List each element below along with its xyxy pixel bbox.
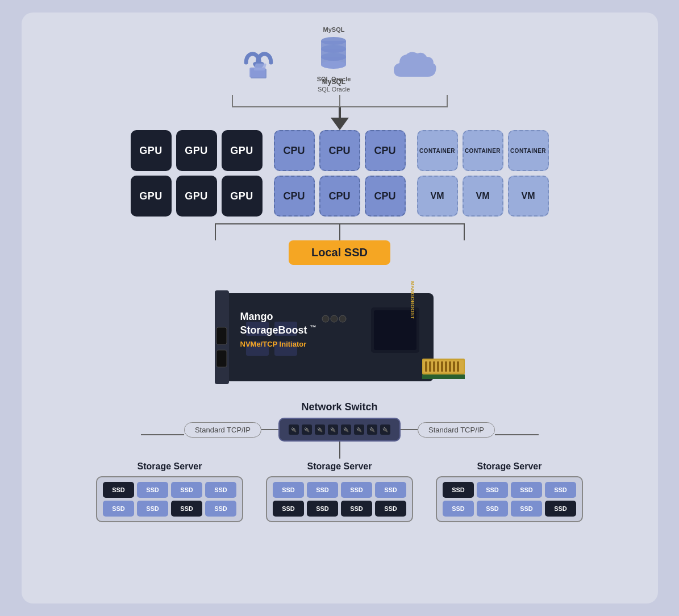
gpu-box: GPU (176, 176, 217, 217)
gpu-row-1: GPU GPU GPU (131, 130, 263, 171)
product-label: MangoStorageBoost ™ NVMe/TCP Initiator (240, 310, 316, 348)
ssd-chip: SSD (545, 501, 576, 517)
svg-rect-2 (254, 64, 267, 70)
gpu-box: GPU (131, 130, 172, 171)
ssd-chip: SSD (375, 482, 406, 498)
ssd-chip: SSD (137, 501, 168, 517)
svg-rect-24 (449, 361, 451, 372)
main-card: MySQL SQL Oracle (22, 13, 658, 603)
ssd-chip: SSD (375, 501, 406, 517)
ssd-row: SSD SSD SSD SSD (273, 501, 406, 517)
vm-box: VM (417, 176, 458, 217)
switch-port (328, 424, 338, 435)
product-name: MangoStorageBoost ™ (240, 310, 316, 338)
ssd-chip: SSD (103, 482, 134, 498)
svg-point-37 (339, 315, 346, 322)
ssd-chip: SSD (511, 501, 542, 517)
storage-server-1: Storage Server SSD SSD SSD SSD SSD SSD S… (96, 461, 243, 522)
source-cloud (389, 45, 440, 82)
storage-server-label: Storage Server (138, 461, 202, 472)
container-box: CONTAINER (463, 130, 503, 171)
network-switch-box (278, 418, 401, 442)
switch-port (302, 424, 312, 435)
ssd-connector-lines (158, 223, 522, 240)
switch-port (354, 424, 364, 435)
ssd-chip: SSD (171, 501, 202, 517)
gpu-row-2: GPU GPU GPU (131, 176, 263, 217)
switch-down-line (339, 442, 340, 459)
gpu-box: GPU (222, 130, 263, 171)
ssd-chip: SSD (511, 482, 542, 498)
svg-rect-26 (457, 361, 459, 372)
cpu-box: CPU (319, 176, 360, 217)
ssd-chip: SSD (307, 501, 338, 517)
pcie-card-section: MANGOBOOST MangoStorageBoost ™ NVMe/TCP … (44, 276, 635, 396)
ssd-chip: SSD (171, 482, 202, 498)
svg-rect-18 (425, 361, 427, 372)
storage-box: SSD SSD SSD SSD SSD SSD SSD SSD (96, 476, 243, 522)
ssd-chip: SSD (103, 501, 134, 517)
gpu-box: GPU (176, 130, 217, 171)
mysql-label: MySQL (323, 26, 345, 33)
gpu-box: GPU (222, 176, 263, 217)
storage-server-2: Storage Server SSD SSD SSD SSD SSD SSD S… (266, 461, 413, 522)
ssd-chip: SSD (341, 482, 372, 498)
storage-server-label: Storage Server (307, 461, 372, 472)
cpu-row-1: CPU CPU CPU (274, 130, 406, 171)
svg-point-35 (322, 315, 329, 322)
svg-rect-27 (422, 374, 465, 379)
vm-box: VM (463, 176, 503, 217)
network-switch-label: Network Switch (301, 401, 377, 413)
svg-rect-19 (429, 361, 431, 372)
network-section: Network Switch Standard TCP/IP (44, 401, 635, 459)
ssd-chip: SSD (477, 501, 508, 517)
storage-box: SSD SSD SSD SSD SSD SSD SSD SSD (266, 476, 413, 522)
container-row: CONTAINER CONTAINER CONTAINER (417, 130, 549, 171)
ssd-row: SSD SSD SSD SSD (103, 482, 236, 498)
cpu-group: CPU CPU CPU CPU CPU CPU (274, 130, 406, 217)
svg-rect-25 (453, 361, 455, 372)
cpu-box: CPU (319, 130, 360, 171)
ssd-row: SSD SSD SSD SSD (103, 501, 236, 517)
container-box: CONTAINER (417, 130, 458, 171)
svg-point-11 (321, 61, 346, 69)
svg-point-36 (331, 315, 338, 322)
storage-server-3: Storage Server SSD SSD SSD SSD SSD SSD S… (436, 461, 583, 522)
ssd-chip: SSD (273, 482, 304, 498)
ssd-chip: SSD (545, 482, 576, 498)
ssd-chip: SSD (205, 501, 236, 517)
mysql-icon (313, 35, 355, 72)
storage-box: SSD SSD SSD SSD SSD SSD SSD SSD (436, 476, 583, 522)
cpu-box: CPU (365, 130, 406, 171)
vm-box: VM (508, 176, 549, 217)
switch-row: Standard TCP/IP Standard TCP/IP (141, 418, 539, 442)
svg-rect-21 (437, 361, 439, 372)
ssd-chip: SSD (341, 501, 372, 517)
switch-port (289, 424, 299, 435)
ssd-chip: SSD (137, 482, 168, 498)
gpu-group: GPU GPU GPU GPU GPU GPU (131, 130, 263, 217)
ssd-chip: SSD (443, 482, 474, 498)
top-sources: MySQL SQL Oracle (44, 35, 635, 82)
svg-rect-20 (433, 361, 435, 372)
source-meta (239, 43, 278, 82)
tcp-label-right: Standard TCP/IP (418, 422, 495, 438)
product-subtitle: NVMe/TCP Initiator (240, 340, 316, 348)
ssd-row: SSD SSD SSD SSD (273, 482, 406, 498)
ssd-row: SSD SSD SSD SSD (443, 501, 576, 517)
cpu-box: CPU (274, 130, 315, 171)
ssd-chip: SSD (443, 501, 474, 517)
source-connector (232, 95, 448, 130)
svg-rect-22 (441, 361, 443, 372)
cloud-icon (389, 45, 440, 82)
gpu-box: GPU (131, 176, 172, 217)
cpu-row-2: CPU CPU CPU (274, 176, 406, 217)
source-mysql: MySQL SQL Oracle (313, 35, 355, 82)
storage-server-label: Storage Server (477, 461, 542, 472)
sql-oracle-label: SQL Oracle (313, 86, 355, 93)
cpu-box: CPU (365, 176, 406, 217)
svg-rect-15 (216, 350, 227, 367)
meta-icon (239, 43, 278, 82)
local-ssd-section: Local SSD (44, 223, 635, 265)
ssd-chip: SSD (205, 482, 236, 498)
